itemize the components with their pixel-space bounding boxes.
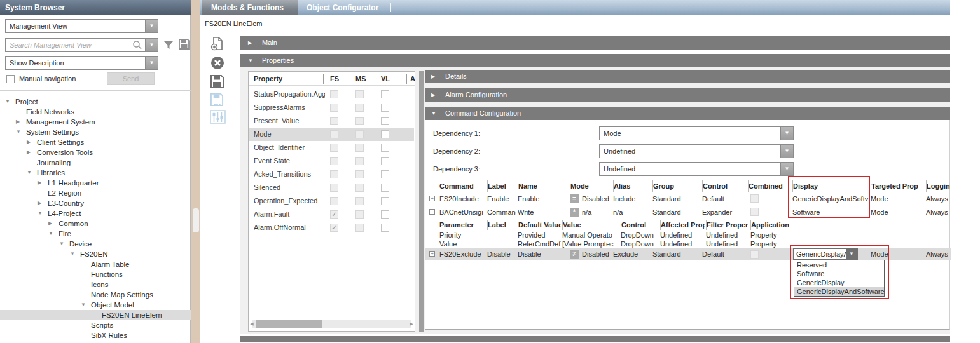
combined-checkbox[interactable] — [750, 194, 759, 203]
tree-item-l2-region[interactable]: L2-Region — [0, 188, 191, 198]
tree-expand-icon[interactable]: ▼ — [81, 300, 91, 310]
column-header-label[interactable]: Label — [487, 220, 516, 230]
tree-item-scripts[interactable]: Scripts — [0, 320, 191, 330]
vl-checkbox[interactable] — [381, 117, 389, 125]
tree-item-l3-country[interactable]: ▶L3-Country — [0, 198, 191, 208]
ms-checkbox[interactable] — [355, 117, 364, 125]
tab-object-configurator[interactable]: Object Configurator — [298, 0, 390, 15]
command-row-fs20include[interactable]: + FS20Include Enable Enable = Disabled I… — [425, 192, 951, 205]
view-selector-arrow-button[interactable]: ▼ — [145, 20, 158, 32]
tree-item-device[interactable]: ▼Device — [0, 239, 191, 249]
tab-models-and-functions[interactable]: Models & Functions — [202, 0, 298, 15]
fs-checkbox[interactable] — [330, 170, 338, 178]
tree-expand-icon[interactable]: ▼ — [27, 168, 37, 178]
vl-checkbox[interactable] — [381, 104, 389, 112]
property-row[interactable]: Alarm.OffNormal✓ — [249, 221, 414, 234]
tree-item-l1-headquarter[interactable]: ▶L1-Headquarter — [0, 178, 191, 188]
dropdown-arrow-button[interactable]: ▼ — [780, 145, 793, 158]
fs-checkbox[interactable] — [330, 157, 338, 165]
column-header-affected-properties[interactable]: Affected Prop — [660, 220, 705, 230]
property-row[interactable]: Alarm.Fault✓ — [249, 208, 414, 221]
splitter-scrollbar-thumb[interactable] — [193, 208, 199, 232]
dropdown-arrow-button[interactable]: ▼ — [780, 163, 793, 175]
tree-expand-icon[interactable]: ▼ — [70, 249, 80, 259]
tree-expand-icon[interactable]: ▼ — [59, 239, 69, 249]
search-dropdown-arrow-button[interactable]: ▼ — [145, 39, 158, 51]
column-header-label[interactable]: Label — [487, 180, 516, 192]
command-row-bacnetunsigned[interactable]: − BACnetUnsigı Command Write * n/a n/a S… — [425, 206, 951, 219]
column-header-ms[interactable]: MS — [355, 72, 366, 86]
tree-item-project[interactable]: ▼Project — [0, 97, 191, 107]
dependency-3-dropdown[interactable]: Undefined ▼ — [599, 162, 794, 176]
tree-expand-icon[interactable]: ▶ — [38, 198, 48, 208]
collapse-icon[interactable]: − — [429, 209, 435, 215]
column-header-clipped[interactable]: A — [410, 72, 415, 86]
tree-item-system-settings[interactable]: ▼System Settings — [0, 127, 191, 137]
settings-sliders-icon-disabled[interactable] — [210, 109, 226, 126]
ms-checkbox[interactable] — [355, 157, 364, 165]
expand-icon[interactable]: + — [429, 196, 435, 201]
property-row[interactable]: Operation_Expected — [249, 194, 414, 208]
tree-expand-icon[interactable]: ▶ — [27, 147, 37, 158]
collapsed-arrow-icon[interactable]: ▶ — [431, 70, 435, 83]
column-header-default-value[interactable]: Default Value — [518, 220, 561, 230]
vl-checkbox[interactable] — [381, 170, 389, 178]
column-header-logging[interactable]: Logging — [926, 180, 950, 192]
tree-item-object-model[interactable]: ▼Object Model — [0, 300, 191, 310]
tree-expand-icon[interactable]: ▼ — [16, 127, 26, 137]
fs-checkbox[interactable]: ✓ — [330, 224, 338, 232]
tree-item-fs20en-lineelem[interactable]: FS20EN LineElem — [0, 310, 191, 320]
vl-checkbox[interactable] — [381, 157, 389, 165]
filter-icon[interactable] — [163, 39, 174, 51]
scroll-left-icon[interactable]: ◀ — [249, 320, 255, 328]
vl-checkbox[interactable] — [381, 210, 389, 219]
fs-checkbox[interactable] — [330, 184, 338, 192]
tree-item-conversion-tools[interactable]: ▶Conversion Tools — [0, 147, 191, 158]
description-selector-dropdown[interactable]: Show Description ▼ — [5, 56, 158, 70]
tree-item-l4-project[interactable]: ▼L4-Project — [0, 208, 191, 219]
tree-item-functions[interactable]: Functions — [0, 269, 191, 279]
fs-checkbox[interactable] — [330, 104, 338, 112]
column-header-alias[interactable]: Alias — [613, 180, 651, 192]
column-header-application[interactable]: Application — [750, 220, 791, 230]
ms-checkbox[interactable] — [355, 210, 364, 219]
expanded-arrow-icon[interactable]: ▼ — [431, 107, 436, 120]
tree-item-field-networks[interactable]: Field Networks — [0, 107, 191, 117]
section-alarm-configuration[interactable]: ▶ Alarm Configuration — [425, 88, 950, 102]
property-row[interactable]: StatusPropagation.Aggregat — [249, 88, 414, 101]
tree-expand-icon[interactable]: ▼ — [5, 97, 15, 107]
parameter-row-priority[interactable]: Priority Provided Manual Operato DropDow… — [425, 231, 951, 239]
tree-expand-icon[interactable]: ▼ — [38, 208, 48, 219]
tree-item-node-map-settings[interactable]: Node Map Settings — [0, 290, 191, 300]
tree-item-fire[interactable]: ▼Fire — [0, 229, 191, 239]
save-as-icon-disabled[interactable] — [210, 93, 226, 109]
tree-item-icons[interactable]: Icons — [0, 279, 191, 290]
vl-checkbox[interactable] — [381, 130, 389, 138]
tree-expand-icon[interactable]: ▶ — [38, 178, 48, 188]
new-document-icon[interactable] — [210, 36, 226, 53]
fs-checkbox[interactable] — [330, 197, 338, 205]
column-header-name[interactable]: Name — [518, 180, 569, 192]
tree-expand-icon[interactable]: ▶ — [16, 117, 26, 127]
column-header-command[interactable]: Command — [439, 180, 486, 192]
scroll-right-icon[interactable]: ▶ — [408, 320, 415, 328]
section-command-configuration[interactable]: ▼ Command Configuration — [425, 107, 950, 120]
column-header-targeted-prop[interactable]: Targeted Prop — [871, 180, 925, 192]
tree-item-sibx-rules[interactable]: SibX Rules — [0, 330, 191, 340]
property-row[interactable]: Acked_Transitions — [249, 168, 414, 181]
tree-item-fs20en[interactable]: ▼FS20EN — [0, 249, 191, 259]
column-header-value[interactable]: Value — [562, 220, 619, 230]
search-input[interactable]: Search Management View ▼ — [5, 38, 158, 52]
ms-checkbox[interactable] — [355, 90, 364, 98]
panel-splitter[interactable] — [191, 0, 200, 343]
dependency-2-dropdown[interactable]: Undefined ▼ — [599, 144, 794, 158]
section-main[interactable]: ▶ Main — [240, 36, 950, 50]
section-properties[interactable]: ▼ Properties — [240, 54, 950, 67]
column-header-fs[interactable]: FS — [330, 72, 339, 86]
dropdown-arrow-button[interactable]: ▼ — [780, 127, 793, 140]
tree-expand-icon[interactable]: ▼ — [48, 229, 59, 239]
scrollbar-thumb[interactable] — [256, 320, 322, 328]
save-icon[interactable] — [210, 74, 226, 91]
expanded-arrow-icon[interactable]: ▼ — [248, 54, 253, 67]
column-header-vl[interactable]: VL — [381, 72, 390, 86]
